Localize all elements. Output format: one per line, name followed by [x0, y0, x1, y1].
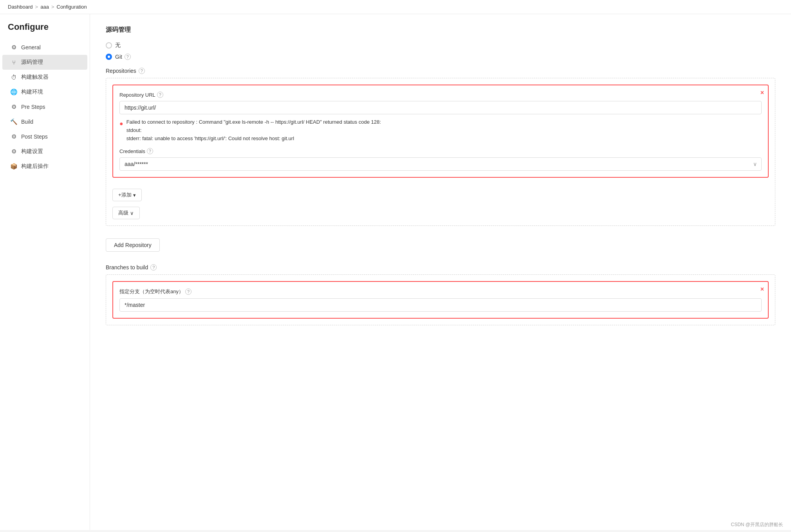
main-content: 源码管理 无 Git ? Repositories ?: [90, 14, 791, 530]
postbuild-icon: 📦: [10, 163, 17, 170]
source-icon: ⑂: [10, 59, 17, 66]
add-button-label: +添加: [118, 191, 132, 198]
repository-entry: × Repository URL ? ● Failed to connect t…: [112, 85, 769, 178]
close-branch-button[interactable]: ×: [760, 286, 764, 293]
advanced-chevron-icon: ∨: [130, 210, 134, 216]
advanced-label: 高级: [118, 209, 128, 216]
error-message: ● Failed to connect to repository : Comm…: [119, 118, 762, 142]
presteps-icon: ⚙: [10, 103, 17, 110]
trigger-icon: ⏱: [10, 74, 17, 81]
main-layout: Configure ⚙ General ⑂ 源码管理 ⏱ 构建触发器 🌐 构建环…: [0, 14, 791, 530]
sidebar: Configure ⚙ General ⑂ 源码管理 ⏱ 构建触发器 🌐 构建环…: [0, 14, 90, 530]
sidebar-title: Configure: [0, 22, 90, 40]
branch-field-help-icon[interactable]: ?: [185, 289, 191, 295]
branches-help-icon[interactable]: ?: [150, 264, 157, 271]
repo-url-label: Repository URL ?: [119, 92, 762, 98]
credentials-help-icon[interactable]: ?: [147, 148, 153, 154]
branches-label: Branches to build ?: [106, 264, 775, 271]
radio-git-label-group: Git ?: [115, 54, 131, 60]
error-text: Failed to connect to repository : Comman…: [126, 118, 381, 142]
repositories-section: Repositories ? × Repository URL ? ●: [106, 68, 775, 261]
sidebar-label-presteps: Pre Steps: [21, 104, 45, 110]
branch-field-label: 指定分支（为空时代表any） ?: [119, 288, 762, 295]
advanced-button-row: 高级 ∨: [112, 201, 769, 219]
radio-none[interactable]: 无: [106, 42, 775, 49]
credentials-select[interactable]: aaa/******: [119, 157, 762, 171]
add-button[interactable]: +添加 ▾: [112, 189, 142, 201]
settings-icon: ⚙: [10, 148, 17, 155]
sidebar-label-settings: 构建设置: [21, 148, 43, 155]
breadcrumb-sep2: >: [51, 4, 54, 10]
add-repository-button[interactable]: Add Repository: [106, 238, 160, 252]
radio-git[interactable]: Git ?: [106, 54, 775, 60]
repositories-outer-box: × Repository URL ? ● Failed to connect t…: [106, 78, 775, 226]
sidebar-item-source[interactable]: ⑂ 源码管理: [2, 55, 87, 70]
branch-entry: × 指定分支（为空时代表any） ?: [112, 281, 769, 319]
error-icon: ●: [119, 119, 123, 129]
radio-none-circle: [106, 42, 112, 49]
sidebar-label-trigger: 构建触发器: [21, 74, 49, 81]
breadcrumb-current: Configuration: [57, 4, 87, 10]
sidebar-item-presteps[interactable]: ⚙ Pre Steps: [2, 99, 87, 114]
poststeps-icon: ⚙: [10, 133, 17, 140]
sidebar-label-poststeps: Post Steps: [21, 133, 48, 140]
radio-group: 无 Git ?: [106, 42, 775, 60]
sidebar-label-build: Build: [21, 119, 33, 125]
sidebar-label-general: General: [21, 44, 41, 50]
repositories-help-icon[interactable]: ?: [139, 68, 145, 74]
add-repo-label: Add Repository: [114, 242, 152, 248]
env-icon: 🌐: [10, 88, 17, 96]
repositories-label: Repositories ?: [106, 68, 775, 74]
close-repo-button[interactable]: ×: [760, 89, 764, 96]
breadcrumb: Dashboard > aaa > Configuration: [0, 0, 791, 14]
sidebar-label-postbuild: 构建后操作: [21, 163, 49, 170]
advanced-button[interactable]: 高级 ∨: [112, 207, 140, 219]
gear-icon: ⚙: [10, 44, 17, 51]
repo-url-help-icon[interactable]: ?: [157, 92, 163, 98]
add-button-row: +添加 ▾: [112, 183, 769, 201]
credentials-select-wrapper: aaa/****** ∨: [119, 157, 762, 171]
sidebar-label-env: 构建环境: [21, 88, 43, 96]
repo-url-input[interactable]: [119, 101, 762, 114]
sidebar-item-poststeps[interactable]: ⚙ Post Steps: [2, 129, 87, 144]
watermark: CSDN @开黑店的胖船长: [731, 521, 783, 528]
sidebar-item-settings[interactable]: ⚙ 构建设置: [2, 144, 87, 159]
page-title: 源码管理: [106, 26, 775, 34]
breadcrumb-project[interactable]: aaa: [40, 4, 49, 10]
sidebar-item-general[interactable]: ⚙ General: [2, 40, 87, 55]
branch-input[interactable]: [119, 298, 762, 312]
build-icon: 🔨: [10, 118, 17, 125]
radio-none-label: 无: [115, 42, 121, 49]
dropdown-arrow-icon: ▾: [133, 192, 136, 198]
credentials-label: Credentials ?: [119, 148, 762, 154]
branches-outer-box: × 指定分支（为空时代表any） ?: [106, 274, 775, 325]
radio-git-label: Git: [115, 54, 122, 60]
branches-section: Branches to build ? × 指定分支（为空时代表any） ?: [106, 264, 775, 325]
radio-git-circle: [106, 54, 112, 60]
sidebar-item-trigger[interactable]: ⏱ 构建触发器: [2, 70, 87, 85]
breadcrumb-sep1: >: [35, 4, 38, 10]
sidebar-label-source: 源码管理: [21, 59, 43, 66]
sidebar-item-env[interactable]: 🌐 构建环境: [2, 85, 87, 99]
sidebar-item-build[interactable]: 🔨 Build: [2, 114, 87, 129]
breadcrumb-dashboard[interactable]: Dashboard: [8, 4, 33, 10]
git-help-icon[interactable]: ?: [125, 54, 131, 60]
sidebar-item-postbuild[interactable]: 📦 构建后操作: [2, 159, 87, 174]
